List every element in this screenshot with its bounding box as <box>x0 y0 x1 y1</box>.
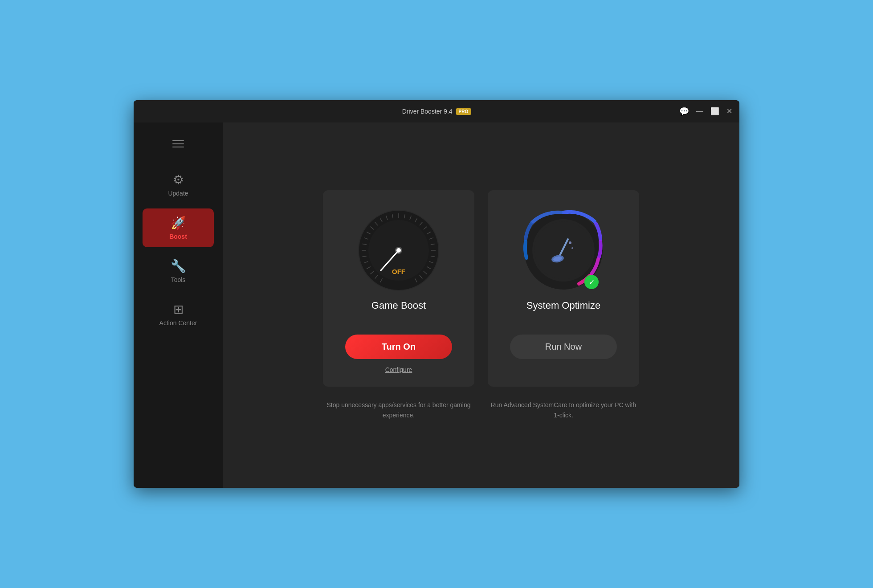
gauge-svg: OFF <box>356 208 441 293</box>
svg-point-42 <box>569 241 571 244</box>
svg-line-39 <box>559 239 568 257</box>
cards-row: OFF Game Boost Turn On Configure <box>241 190 722 387</box>
gauge-container: OFF <box>356 208 441 293</box>
svg-point-43 <box>571 247 573 249</box>
optimize-icon-container: ✓ <box>521 208 606 293</box>
hamburger-icon <box>172 140 184 147</box>
sidebar-item-action-center[interactable]: ⊞ Action Center <box>143 295 214 334</box>
hamburger-button[interactable] <box>143 136 214 152</box>
svg-point-35 <box>396 248 401 253</box>
system-optimize-title: System Optimize <box>526 300 600 311</box>
sidebar-label-boost: Boost <box>169 233 187 240</box>
check-badge: ✓ <box>584 275 599 289</box>
action-center-icon: ⊞ <box>173 302 184 317</box>
app-title: Driver Booster 9.4 <box>402 108 453 115</box>
title-bar-controls: 💬 — ⬜ ✕ <box>679 106 732 116</box>
sidebar-label-update: Update <box>168 190 188 197</box>
restore-button[interactable]: ⬜ <box>710 108 719 115</box>
close-button[interactable]: ✕ <box>726 108 732 115</box>
configure-button[interactable]: Configure <box>385 366 412 373</box>
system-optimize-description: Run Advanced SystemCare to optimize your… <box>488 400 639 420</box>
tools-icon: 🔧 <box>171 259 186 274</box>
content-area: ⚙ Update 🚀 Boost 🔧 Tools ⊞ Action Center <box>134 122 739 488</box>
broom-svg <box>548 235 579 266</box>
turn-on-button[interactable]: Turn On <box>345 335 452 359</box>
main-content: OFF Game Boost Turn On Configure <box>223 122 739 488</box>
run-now-button[interactable]: Run Now <box>510 335 617 359</box>
system-optimize-card: ✓ System Optimize Run Now <box>488 190 639 387</box>
app-window: Driver Booster 9.4 PRO 💬 — ⬜ ✕ ⚙ Update <box>134 100 739 488</box>
game-boost-card: OFF Game Boost Turn On Configure <box>323 190 474 387</box>
game-boost-title: Game Boost <box>371 300 426 311</box>
sidebar-label-action-center: Action Center <box>159 319 197 327</box>
chat-icon[interactable]: 💬 <box>679 106 689 116</box>
sidebar: ⚙ Update 🚀 Boost 🔧 Tools ⊞ Action Center <box>134 122 223 488</box>
sidebar-item-update[interactable]: ⚙ Update <box>143 165 214 204</box>
title-bar: Driver Booster 9.4 PRO 💬 — ⬜ ✕ <box>134 100 739 122</box>
minimize-button[interactable]: — <box>696 108 703 115</box>
sidebar-item-boost[interactable]: 🚀 Boost <box>143 208 214 247</box>
game-boost-description: Stop unnecessary apps/services for a bet… <box>323 400 474 420</box>
svg-text:OFF: OFF <box>392 268 405 275</box>
pro-badge: PRO <box>456 108 471 115</box>
sidebar-label-tools: Tools <box>171 276 186 283</box>
update-icon: ⚙ <box>173 172 184 187</box>
boost-icon: 🚀 <box>171 216 186 230</box>
title-bar-center: Driver Booster 9.4 PRO <box>402 108 471 115</box>
descriptions-row: Stop unnecessary apps/services for a bet… <box>241 400 722 420</box>
sidebar-item-tools[interactable]: 🔧 Tools <box>143 252 214 290</box>
